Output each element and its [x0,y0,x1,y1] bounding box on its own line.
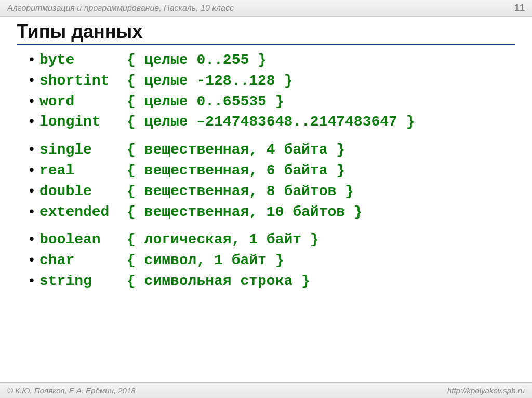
type-keyword: char [39,251,127,270]
copyright-text: © К.Ю. Поляков, Е.А. Ерёмин, 2018 [7,386,136,395]
type-description: { вещественная, 6 байта } [127,161,345,181]
type-row: •single{ вещественная, 4 байта } [29,139,510,160]
type-description: { вещественная, 4 байта } [127,140,345,160]
bullet-icon: • [29,201,39,221]
bullet-icon: • [29,139,39,159]
type-keyword: real [39,161,127,181]
type-description: { символьная строка } [127,271,310,291]
type-keyword: single [39,140,127,160]
type-keyword: longint [39,112,127,132]
type-description: { символ, 1 байт } [127,251,284,270]
slide-title: Типы данных [17,21,515,45]
type-keyword: shortint [39,71,127,91]
type-description: { целые -128..128 } [127,71,292,91]
type-keyword: byte [39,50,127,70]
type-keyword: string [39,271,127,291]
slide-header: Алгоритмизация и программирование, Паска… [0,0,532,17]
type-row: •boolean{ логическая, 1 байт } [29,229,510,250]
bullet-icon: • [29,270,39,290]
course-label: Алгоритмизация и программирование, Паска… [7,4,234,13]
type-keyword: word [39,92,127,112]
bullet-icon: • [29,91,39,111]
type-group: •single{ вещественная, 4 байта }•real{ в… [29,139,510,222]
title-block: Типы данных [0,17,532,47]
type-keyword: double [39,182,127,201]
type-row: •word{ целые 0..65535 } [29,91,510,112]
type-row: •byte{ целые 0..255 } [29,49,510,70]
type-description: { целые 0..65535 } [127,92,284,112]
bullet-icon: • [29,111,39,131]
type-row: •real{ вещественная, 6 байта } [29,160,510,181]
type-keyword: extended [39,202,127,222]
content-area: •byte{ целые 0..255 }•shortint{ целые -1… [0,47,532,291]
bullet-icon: • [29,49,39,69]
type-group: •byte{ целые 0..255 }•shortint{ целые -1… [29,49,510,132]
bullet-icon: • [29,229,39,249]
type-description: { логическая, 1 байт } [127,230,319,250]
footer-url: http://kpolyakov.spb.ru [447,386,525,395]
type-row: •double{ вещественная, 8 байтов } [29,181,510,201]
bullet-icon: • [29,250,39,269]
slide-footer: © К.Ю. Поляков, Е.А. Ерёмин, 2018 http:/… [0,382,532,398]
bullet-icon: • [29,70,39,90]
type-description: { целые 0..255 } [127,50,267,70]
type-description: { целые –2147483648..2147483647 } [127,112,415,132]
type-row: •shortint{ целые -128..128 } [29,70,510,91]
page-number: 11 [514,3,525,13]
bullet-icon: • [29,160,39,180]
type-description: { вещественная, 8 байтов } [127,182,354,201]
type-keyword: boolean [39,230,127,250]
type-group: •boolean{ логическая, 1 байт }•char{ сим… [29,229,510,291]
type-description: { вещественная, 10 байтов } [127,202,363,222]
type-row: •char{ символ, 1 байт } [29,250,510,270]
bullet-icon: • [29,181,39,200]
type-row: •longint{ целые –2147483648..2147483647 … [29,111,510,132]
type-row: •extended{ вещественная, 10 байтов } [29,201,510,222]
type-row: •string{ символьная строка } [29,270,510,291]
